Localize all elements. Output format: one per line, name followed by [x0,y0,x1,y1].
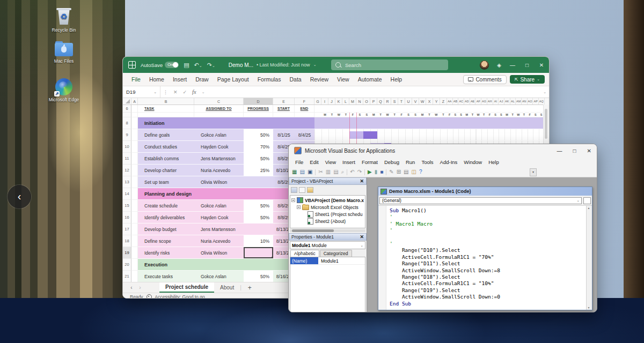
ribbon-tab-file[interactable]: File [127,74,145,84]
column-header-Y[interactable]: Y [433,98,440,105]
desktop-icon-microsoft-edge[interactable]: ↗ Microsoft Edge [46,78,82,102]
code-line[interactable]: ' [390,241,586,247]
column-header-E[interactable]: E [273,98,295,105]
minimize-button[interactable]: — [509,62,516,68]
column-header-M[interactable]: M [349,98,356,105]
close-icon[interactable]: ✕ [360,234,364,240]
minimize-button[interactable]: — [557,148,562,154]
assigned-cell[interactable]: Jens Martensson [194,223,244,235]
vba-menu-help[interactable]: Help [485,158,502,166]
table-header-assigned-to[interactable]: ASSIGNED TO [194,105,244,113]
column-header-AO[interactable]: AO [528,98,533,105]
grid-cell[interactable] [131,153,138,165]
column-header-AA[interactable]: AA [447,98,453,105]
document-title[interactable]: Demo M... • Last Modified: Just now ⌄ [229,62,317,68]
code-line[interactable]: Range("D10").Select [390,247,586,253]
vba-menu-view[interactable]: View [322,158,339,166]
tree-item[interactable]: Sheet2 (About) [290,218,365,225]
grid-cell[interactable] [131,200,138,212]
name-box[interactable]: D19⌄ [123,86,160,98]
column-header-W[interactable]: W [419,98,426,105]
column-header-D[interactable]: D [244,98,273,105]
task-cell[interactable]: Develop budget [138,223,194,235]
object-dropdown[interactable]: (General)⌄ [379,197,582,204]
find-icon[interactable]: ⌕ [341,169,345,175]
maximize-button[interactable]: □ [524,62,530,68]
grid-cell[interactable] [131,176,138,188]
autosave-toggle[interactable]: AutoSave On [141,62,179,68]
column-header-AH[interactable]: AH [487,98,493,105]
vba-menu-run[interactable]: Run [402,158,418,166]
row-header-11[interactable]: 11 [123,153,131,165]
grid-cell[interactable] [138,113,194,117]
row-header-9[interactable]: 9 [123,129,131,141]
cancel-icon[interactable]: ✕ [171,90,180,95]
task-cell[interactable]: Execute tasks [138,271,194,282]
progress-cell[interactable]: 50% [244,129,273,141]
task-cell[interactable]: Set up team [138,176,194,188]
assigned-cell[interactable]: Olivia Wilson [194,176,244,188]
assigned-cell[interactable]: Gokce Aslan [194,200,244,212]
desktop-icon-recycle-bin[interactable]: ♻ Recycle Bin [46,8,82,33]
fx-icon[interactable]: fx [189,89,199,95]
row-header-14[interactable]: 14 [123,188,131,200]
code-line[interactable]: End Sub [390,301,586,307]
grid-cell[interactable] [131,188,138,200]
properties-window-icon[interactable]: ▤ [404,169,408,175]
undo-icon[interactable]: ↶ [350,169,354,175]
tab-alphabetic[interactable]: Alphabetic [290,250,319,257]
design-mode-icon[interactable]: ✎ [389,169,393,175]
section-row-initiation[interactable]: Initiation [138,117,314,129]
help-icon[interactable]: ? [419,169,422,175]
property-row[interactable]: (Name) Module1 [290,257,365,265]
copy-icon[interactable]: ▥ [326,169,331,175]
close-button[interactable]: ✕ [587,148,591,154]
project-tree-hscrollbar[interactable] [290,229,365,232]
progress-cell[interactable]: 50% [244,200,273,212]
row-header-10[interactable]: 10 [123,141,131,153]
code-line[interactable]: ActiveCell.FormulaR1C1 = "70%" [390,254,586,260]
tree-item[interactable]: Microsoft Excel Objects [290,204,365,211]
redo-icon[interactable]: ↷⌄ [207,62,215,69]
assigned-cell[interactable]: Hayden Cook [194,212,244,223]
vba-menu-add-ins[interactable]: Add-Ins [437,158,461,166]
column-header-K[interactable]: K [335,98,342,105]
save-icon[interactable]: ▣ [308,169,312,175]
task-cell[interactable]: Identify risks [138,247,194,259]
share-button[interactable]: ⇱ Share ⌄ [510,75,545,84]
undo-icon[interactable]: ↶⌄ [194,62,202,69]
row-header-18[interactable]: 18 [123,235,131,247]
comments-button[interactable]: Comments [463,75,506,84]
insert-object-icon[interactable]: ▤ [299,169,304,175]
ribbon-tab-automate[interactable]: Automate [354,74,386,84]
code-line[interactable]: Range("D18").Select [390,274,586,280]
task-cell[interactable]: Identify deliverables [138,212,194,223]
paste-icon[interactable]: ▤ [333,169,338,175]
code-line[interactable] [390,234,586,241]
grid-cell[interactable] [131,117,138,129]
column-header-Q[interactable]: Q [377,98,384,105]
progress-cell[interactable] [244,247,273,259]
ribbon-tab-formulas[interactable]: Formulas [253,74,286,84]
grid-cell[interactable] [131,247,138,259]
excel-icon[interactable]: ▦ [292,169,297,175]
grid-cell[interactable] [194,113,244,117]
toggle-folders-button[interactable] [307,187,313,193]
grid-cell[interactable] [314,105,545,113]
reset-icon[interactable]: ■ [380,169,383,175]
column-header-AL[interactable]: AL [510,98,516,105]
column-header-V[interactable]: V [412,98,419,105]
tree-item[interactable]: VBAProject (Demo Macro.x [290,197,365,204]
ribbon-tab-home[interactable]: Home [145,74,169,84]
assigned-cell[interactable]: Jens Martensson [194,153,244,165]
assigned-cell[interactable]: Nuria Acevedo [194,165,244,176]
grid-cell[interactable] [131,259,138,271]
tab-about[interactable]: About [214,282,240,293]
code-line[interactable]: ActiveCell.FormulaR1C1 = "10%" [390,280,586,287]
search-input[interactable] [344,62,432,69]
code-line[interactable]: ActiveWindow.SmallScroll Down:=8 [390,267,586,274]
progress-cell[interactable] [244,176,273,188]
vba-menu-format[interactable]: Format [358,158,381,166]
progress-cell[interactable]: 25% [244,165,273,176]
vba-menu-tools[interactable]: Tools [418,158,436,166]
